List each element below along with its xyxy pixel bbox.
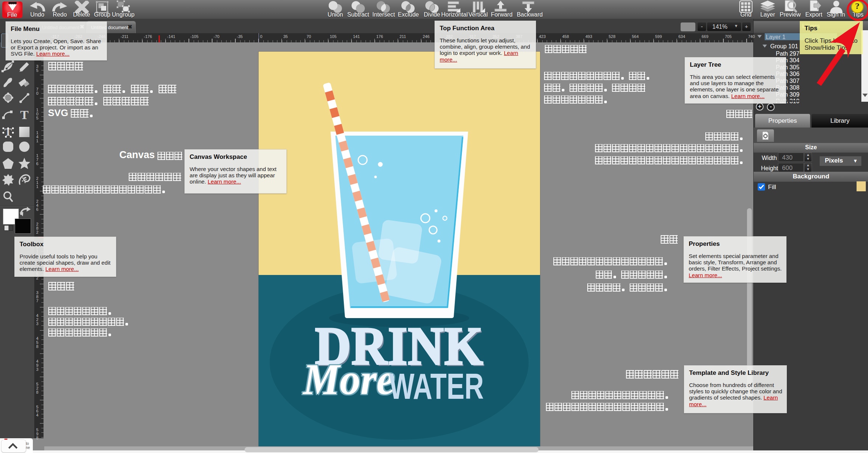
svg-text:T: T xyxy=(20,108,29,122)
